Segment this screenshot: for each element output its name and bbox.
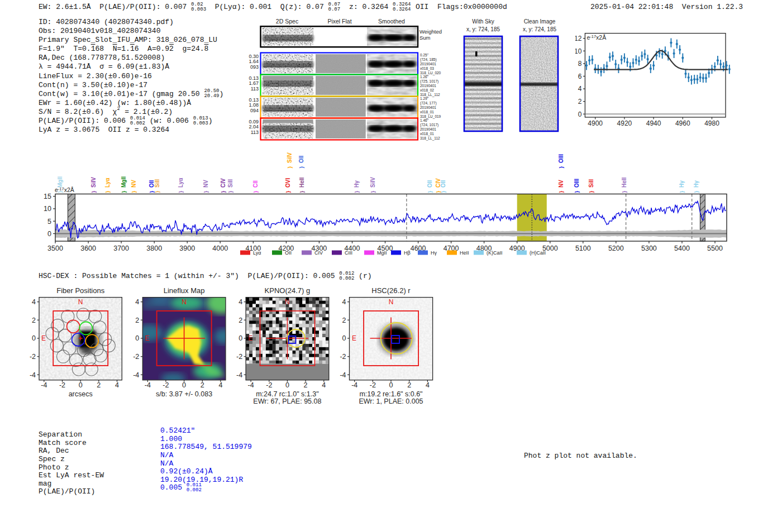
svg-text:}: } — [679, 191, 685, 193]
svg-text:5100: 5100 — [575, 245, 591, 252]
svg-text:}: } — [693, 191, 699, 193]
svg-text:-4: -4 — [133, 371, 139, 379]
svg-text:N: N — [285, 298, 290, 306]
svg-text:}: } — [227, 191, 233, 193]
svg-text:}: } — [154, 191, 160, 193]
svg-text:Hβ: Hβ — [404, 250, 411, 256]
svg-text:CIV: CIV — [314, 250, 323, 256]
svg-text:CII: CII — [252, 180, 259, 188]
svg-text:2: 2 — [201, 381, 204, 389]
svg-text:0.13: 0.13 — [249, 75, 259, 81]
svg-text:0: 0 — [239, 334, 242, 342]
svg-text:4: 4 — [135, 298, 139, 306]
svg-text:}: } — [299, 191, 305, 193]
svg-text:(724, 1017): (724, 1017) — [420, 123, 438, 127]
svg-text:E: E — [248, 334, 252, 342]
svg-text:Smoothed: Smoothed — [378, 18, 405, 25]
svg-text:m:19.2 re:1.6" s:0.6": m:19.2 re:1.6" s:0.6" — [359, 390, 422, 398]
svg-text:4: 4 — [218, 381, 222, 389]
svg-text:}: } — [298, 166, 304, 169]
svg-text:CIII: CIII — [345, 250, 352, 256]
svg-text:Lyα: Lyα — [178, 178, 184, 188]
svg-text:10: 10 — [575, 47, 582, 55]
svg-text:SiII: SiII — [154, 179, 160, 188]
svg-text:2: 2 — [97, 381, 101, 389]
svg-text:HeII: HeII — [460, 250, 469, 256]
svg-text:}: } — [178, 191, 184, 193]
svg-text:-4: -4 — [41, 381, 47, 389]
svg-text:HSC(26.2) r: HSC(26.2) r — [371, 286, 411, 295]
svg-text:0: 0 — [79, 381, 83, 389]
svg-text:3900: 3900 — [179, 245, 195, 252]
svg-text:0: 0 — [135, 334, 139, 342]
svg-text:N: N — [182, 298, 187, 306]
svg-text:-2: -2 — [340, 353, 346, 361]
svg-text:x, y: 724, 185: x, y: 724, 185 — [523, 26, 556, 32]
svg-text:2: 2 — [239, 317, 242, 324]
svg-text:v018_01: v018_01 — [420, 132, 434, 136]
svg-text:}: } — [370, 191, 376, 193]
svg-text:4: 4 — [578, 85, 582, 93]
svg-text:Hγ: Hγ — [679, 180, 685, 188]
svg-text:N: N — [389, 298, 394, 306]
svg-text:-2: -2 — [30, 353, 36, 361]
svg-text:-4: -4 — [340, 371, 346, 379]
svg-text:2: 2 — [304, 381, 308, 389]
svg-text:MgII: MgII — [121, 176, 127, 188]
svg-text:1.29": 1.29" — [420, 97, 429, 100]
svg-text:5: 5 — [47, 218, 51, 226]
svg-text:NV: NV — [558, 180, 564, 188]
svg-text:(K)CaII: (K)CaII — [487, 250, 503, 256]
svg-text:}: } — [121, 191, 127, 193]
svg-text:0.25": 0.25" — [420, 53, 429, 57]
svg-text:0.13: 0.13 — [249, 97, 259, 103]
svg-text:}: } — [354, 191, 360, 193]
svg-text:}: } — [574, 191, 580, 193]
svg-text:20190401: 20190401 — [420, 84, 436, 88]
svg-text:m:24.7 rc:1.0" s:1.3": m:24.7 rc:1.0" s:1.3" — [256, 390, 318, 398]
svg-text:3600: 3600 — [80, 245, 96, 252]
svg-text:Lineflux Map: Lineflux Map — [164, 286, 205, 295]
svg-text:OII: OII — [427, 180, 433, 188]
svg-text:Hγ: Hγ — [431, 250, 437, 256]
svg-text:CIV: CIV — [220, 178, 226, 188]
svg-text:0.09: 0.09 — [249, 119, 259, 124]
svg-text:}: } — [57, 191, 63, 193]
svg-text:(724, 185): (724, 185) — [420, 57, 437, 62]
svg-text:0: 0 — [578, 111, 582, 118]
svg-text:-2: -2 — [59, 381, 65, 389]
svg-text:}: } — [558, 166, 564, 169]
svg-text:4: 4 — [32, 298, 36, 306]
svg-text:0: 0 — [285, 381, 289, 389]
svg-text:4940: 4940 — [646, 119, 661, 127]
svg-text:20190401: 20190401 — [420, 106, 436, 109]
svg-text:4: 4 — [322, 381, 326, 389]
svg-text:x, y: 724, 185: x, y: 724, 185 — [466, 26, 500, 32]
svg-text:113: 113 — [251, 130, 259, 135]
svg-text:}: } — [203, 191, 209, 193]
svg-text:4000: 4000 — [212, 245, 228, 252]
svg-text:E: E — [145, 334, 149, 342]
svg-text:5400: 5400 — [674, 245, 690, 252]
svg-text:HeII: HeII — [299, 177, 305, 188]
svg-text:}: } — [252, 191, 259, 193]
svg-text:KPNO(24.7) g: KPNO(24.7) g — [265, 286, 311, 295]
svg-text:2: 2 — [32, 317, 36, 324]
svg-text:v018_02: v018_02 — [420, 88, 434, 93]
svg-text:4: 4 — [115, 381, 119, 389]
svg-text:-2: -2 — [266, 381, 272, 389]
svg-text:15: 15 — [44, 193, 51, 200]
svg-text:0: 0 — [47, 230, 51, 238]
svg-text:MgII: MgII — [377, 250, 387, 256]
svg-text:4: 4 — [239, 298, 242, 306]
svg-text:OVI: OVI — [285, 178, 291, 188]
svg-text:6: 6 — [578, 73, 582, 80]
svg-text:2: 2 — [578, 98, 582, 106]
svg-text:Lyα: Lyα — [253, 250, 261, 256]
svg-text:4980: 4980 — [704, 119, 719, 127]
svg-text:3700: 3700 — [113, 245, 129, 252]
svg-text:EWr: 67, PLAE: 95.08: EWr: 67, PLAE: 95.08 — [253, 397, 321, 405]
svg-text:Fiber Positions: Fiber Positions — [56, 286, 104, 295]
svg-text:E: E — [41, 334, 46, 342]
svg-text:8: 8 — [578, 60, 582, 68]
